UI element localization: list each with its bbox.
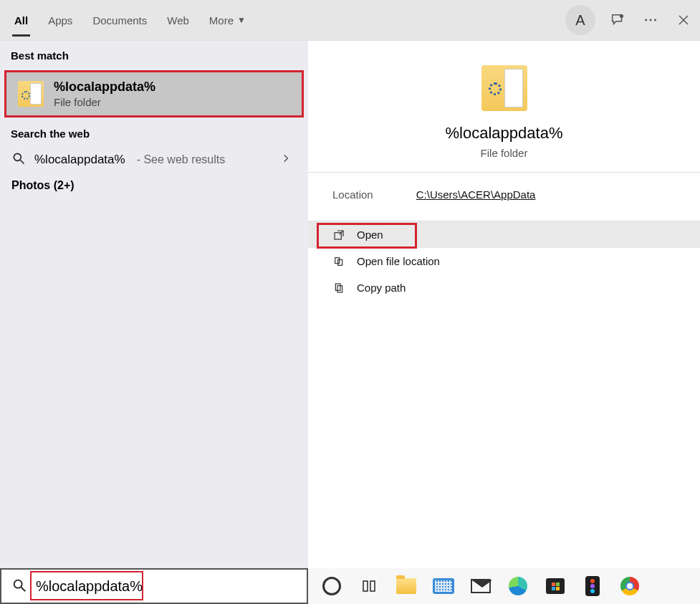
svg-line-7: [21, 160, 24, 164]
file-explorer-icon[interactable]: [395, 575, 417, 597]
svg-point-6: [14, 153, 21, 160]
svg-rect-9: [335, 257, 340, 263]
search-filter-tabs: All Apps Documents Web More ▼ A: [0, 0, 700, 41]
svg-point-3: [654, 19, 656, 21]
tab-web[interactable]: Web: [157, 0, 199, 40]
taskbar: [308, 568, 700, 604]
preview-panel: %localappdata% File folder Location C:\U…: [308, 41, 700, 568]
best-match-header: Best match: [0, 41, 308, 67]
more-options-icon[interactable]: [640, 12, 661, 28]
avatar[interactable]: A: [565, 5, 595, 35]
open-icon: [332, 229, 345, 241]
search-bar[interactable]: [0, 568, 308, 604]
svg-line-14: [21, 587, 26, 591]
tab-more[interactable]: More ▼: [199, 0, 256, 40]
cortana-icon[interactable]: [321, 575, 342, 597]
web-query-text: %localappdata%: [34, 153, 125, 167]
preview-title: %localappdata%: [308, 124, 700, 143]
best-match-result[interactable]: %localappdata% File folder: [4, 70, 304, 118]
figma-icon[interactable]: [582, 575, 603, 597]
actions-list: Open Open file location Copy path: [308, 221, 700, 301]
photos-section[interactable]: Photos (2+): [0, 172, 308, 199]
location-row: Location C:\Users\ACER\AppData: [308, 173, 700, 216]
svg-point-0: [620, 15, 623, 18]
svg-rect-16: [370, 581, 375, 591]
best-match-text: %localappdata% File folder: [54, 80, 155, 108]
search-icon: [11, 151, 26, 168]
svg-point-13: [14, 580, 22, 588]
results-panel: Best match %localappdata% File folder Se…: [0, 41, 308, 568]
keyboard-app-icon[interactable]: [433, 575, 454, 597]
open-location-icon: [332, 256, 345, 267]
action-copy-path[interactable]: Copy path: [308, 274, 700, 301]
tab-all[interactable]: All: [4, 0, 38, 40]
chevron-right-icon: [281, 153, 291, 166]
svg-rect-12: [337, 285, 342, 292]
task-view-icon[interactable]: [358, 575, 380, 597]
chevron-down-icon: ▼: [237, 15, 246, 25]
best-match-title: %localappdata%: [54, 80, 155, 95]
location-path[interactable]: C:\Users\ACER\AppData: [416, 188, 536, 201]
preview-subtitle: File folder: [308, 147, 700, 159]
search-input[interactable]: [32, 575, 301, 598]
web-search-result[interactable]: %localappdata% - See web results: [0, 145, 308, 172]
web-tail-text: - See web results: [137, 153, 226, 166]
feedback-icon[interactable]: [607, 12, 628, 28]
svg-point-1: [645, 19, 647, 21]
chrome-icon[interactable]: [619, 575, 641, 597]
svg-point-2: [650, 19, 652, 21]
microsoft-store-icon[interactable]: [545, 575, 566, 597]
copy-icon: [332, 282, 345, 294]
action-open-location-label: Open file location: [357, 255, 440, 267]
edge-icon[interactable]: [507, 575, 529, 597]
svg-rect-10: [338, 259, 342, 265]
location-label: Location: [332, 188, 373, 201]
action-copy-path-label: Copy path: [357, 282, 406, 294]
svg-rect-15: [363, 581, 368, 591]
preview-folder-icon: [481, 65, 527, 111]
action-open-label: Open: [357, 229, 383, 241]
mail-icon[interactable]: [470, 575, 492, 597]
folder-icon: [18, 81, 44, 107]
action-open-location[interactable]: Open file location: [308, 248, 700, 274]
tab-documents[interactable]: Documents: [82, 0, 157, 40]
topbar-right: A: [565, 0, 694, 40]
tabs-container: All Apps Documents Web More ▼: [0, 0, 256, 40]
best-match-subtitle: File folder: [54, 96, 155, 108]
tab-apps[interactable]: Apps: [38, 0, 82, 40]
search-web-header: Search the web: [0, 119, 308, 145]
action-open[interactable]: Open: [308, 221, 700, 248]
close-icon[interactable]: [673, 14, 694, 27]
tab-more-label: More: [209, 14, 234, 27]
search-icon: [11, 577, 27, 595]
svg-rect-11: [335, 284, 340, 290]
